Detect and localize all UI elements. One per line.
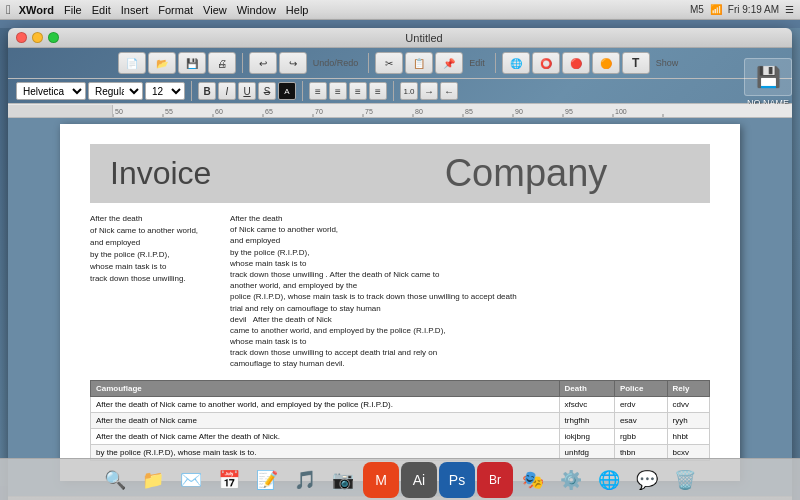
undo-label: Undo/Redo	[313, 58, 359, 68]
close-button[interactable]	[16, 32, 27, 43]
undo-button[interactable]: ↩	[249, 52, 277, 74]
table-cell-desc: After the death of Nick came	[91, 412, 560, 428]
show-btn1[interactable]: 🌐	[502, 52, 530, 74]
sep1	[242, 53, 243, 73]
indent-more[interactable]: →	[420, 82, 438, 100]
doc-col-left: After the death of Nick came to another …	[90, 213, 220, 370]
copy-button[interactable]: 📋	[405, 52, 433, 74]
sep6	[393, 81, 394, 101]
table-cell-desc: After the death of Nick came After the d…	[91, 428, 560, 444]
strikethrough-button[interactable]: S	[258, 82, 276, 100]
sep5	[302, 81, 303, 101]
table-row: After the death of Nick came trhgfhh esa…	[91, 412, 710, 428]
dock-icon-notes[interactable]: 📝	[249, 462, 285, 498]
italic-button[interactable]: I	[218, 82, 236, 100]
sep4	[191, 81, 192, 101]
document-area[interactable]: Invoice Company After the death of Nick …	[8, 118, 792, 500]
menu-edit[interactable]: Edit	[92, 4, 111, 16]
xword-window: Untitled 📄 📂 💾 🖨 ↩ ↪ Undo/Redo ✂ 📋 📌 Edi…	[8, 28, 792, 500]
table-cell-police: erdv	[614, 396, 667, 412]
doc-table: Camouflage Death Police Rely After the d…	[90, 380, 710, 461]
show-btn2[interactable]: ⭕	[532, 52, 560, 74]
minimize-button[interactable]	[32, 32, 43, 43]
menu-file[interactable]: File	[64, 4, 82, 16]
dock-icon-photo[interactable]: 📷	[325, 462, 361, 498]
apple-menu[interactable]: 	[6, 2, 11, 17]
dock-icon-mail[interactable]: ✉️	[173, 462, 209, 498]
dock: 🔍 📁 ✉️ 📅 📝 🎵 📷 M Ai Ps Br 🎭 ⚙️ 🌐 💬 🗑️	[0, 458, 800, 500]
dock-icon-music[interactable]: 🎵	[287, 462, 323, 498]
sep2	[368, 53, 369, 73]
dock-icon-app1[interactable]: M	[363, 462, 399, 498]
table-cell-police: esav	[614, 412, 667, 428]
font-selector[interactable]: Helvetica	[16, 82, 86, 100]
edit-label: Edit	[469, 58, 485, 68]
show-label: Show	[656, 58, 679, 68]
indent-less[interactable]: ←	[440, 82, 458, 100]
table-cell-death: xfsdvc	[559, 396, 614, 412]
style-selector[interactable]: Regular	[88, 82, 143, 100]
open-button[interactable]: 📂	[148, 52, 176, 74]
align-center[interactable]: ≡	[329, 82, 347, 100]
dock-icon-app5[interactable]: 🎭	[515, 462, 551, 498]
cut-button[interactable]: ✂	[375, 52, 403, 74]
svg-text:85: 85	[465, 108, 473, 115]
dock-icon-app2[interactable]: Ai	[401, 462, 437, 498]
underline-button[interactable]: U	[238, 82, 256, 100]
table-row: After the death of Nick came to another …	[91, 396, 710, 412]
menu-view[interactable]: View	[203, 4, 227, 16]
dock-icon-folder[interactable]: 📁	[135, 462, 171, 498]
ruler-marks: 50 55 60 65 70 75 80 85 90	[113, 104, 792, 117]
new-button[interactable]: 📄	[118, 52, 146, 74]
menu-format[interactable]: Format	[158, 4, 193, 16]
svg-text:100: 100	[615, 108, 627, 115]
align-left[interactable]: ≡	[309, 82, 327, 100]
print-button[interactable]: 🖨	[208, 52, 236, 74]
save-button[interactable]: 💾	[178, 52, 206, 74]
show-btn5[interactable]: T	[622, 52, 650, 74]
size-selector[interactable]: 12	[145, 82, 185, 100]
menu-xword[interactable]: XWord	[19, 4, 54, 16]
dock-icon-calendar[interactable]: 📅	[211, 462, 247, 498]
col-header-camouflage: Camouflage	[91, 380, 560, 396]
table-cell-rely: ryyh	[667, 412, 710, 428]
document-page: Invoice Company After the death of Nick …	[60, 124, 740, 481]
table-cell-death: iokjbng	[559, 428, 614, 444]
redo-button[interactable]: ↪	[279, 52, 307, 74]
svg-text:55: 55	[165, 108, 173, 115]
doc-body: After the death of Nick came to another …	[90, 213, 710, 370]
dock-icon-browser[interactable]: 🌐	[591, 462, 627, 498]
menu-icon[interactable]: ☰	[785, 4, 794, 15]
align-justify[interactable]: ≡	[369, 82, 387, 100]
table-row: After the death of Nick came After the d…	[91, 428, 710, 444]
show-btn4[interactable]: 🟠	[592, 52, 620, 74]
desktop-icon[interactable]: 💾 NO NAME	[744, 58, 792, 108]
dock-icon-app3[interactable]: Ps	[439, 462, 475, 498]
toolbar-formatting: Helvetica Regular 12 B I U S A ≡ ≡ ≡ ≡ 1…	[8, 79, 792, 104]
table-cell-rely: cdvv	[667, 396, 710, 412]
window-title: Untitled	[64, 32, 784, 44]
maximize-button[interactable]	[48, 32, 59, 43]
color-picker[interactable]: A	[278, 82, 296, 100]
dock-icon-chat[interactable]: 💬	[629, 462, 665, 498]
dock-icon-trash[interactable]: 🗑️	[667, 462, 703, 498]
company-title: Company	[342, 148, 710, 199]
bold-button[interactable]: B	[198, 82, 216, 100]
svg-text:60: 60	[215, 108, 223, 115]
menubar:  XWord File Edit Insert Format View Win…	[0, 0, 800, 20]
paste-button[interactable]: 📌	[435, 52, 463, 74]
svg-text:65: 65	[265, 108, 273, 115]
dock-icon-app4[interactable]: Br	[477, 462, 513, 498]
table-cell-rely: hhbt	[667, 428, 710, 444]
dock-icon-finder[interactable]: 🔍	[97, 462, 133, 498]
menu-insert[interactable]: Insert	[121, 4, 149, 16]
show-btn3[interactable]: 🔴	[562, 52, 590, 74]
dock-icon-app6[interactable]: ⚙️	[553, 462, 589, 498]
toolbar-top: 📄 📂 💾 🖨 ↩ ↪ Undo/Redo ✂ 📋 📌 Edit 🌐 ⭕ 🔴 🟠…	[8, 48, 792, 79]
menu-window[interactable]: Window	[237, 4, 276, 16]
clock: Fri 9:19 AM	[728, 4, 779, 15]
line-spacing[interactable]: 1.0	[400, 82, 418, 100]
menu-help[interactable]: Help	[286, 4, 309, 16]
svg-text:90: 90	[515, 108, 523, 115]
align-right[interactable]: ≡	[349, 82, 367, 100]
